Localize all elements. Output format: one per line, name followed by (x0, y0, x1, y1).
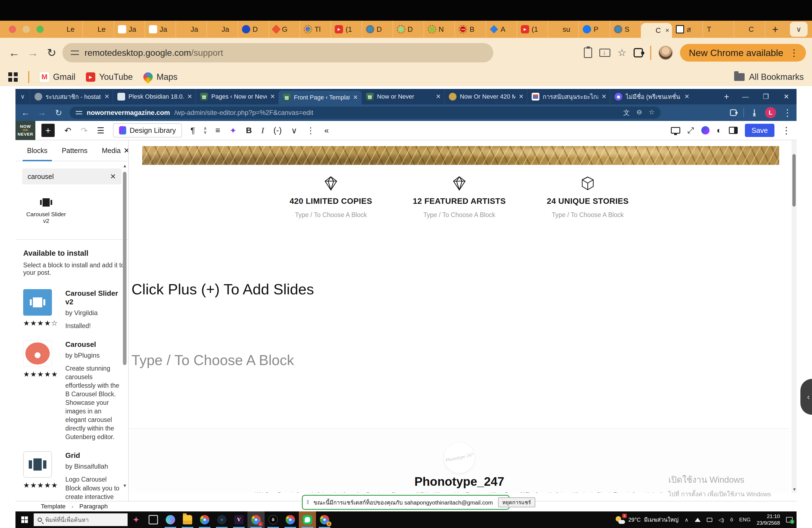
preview-device-icon[interactable] (671, 127, 680, 134)
bold-button[interactable]: B (241, 126, 257, 135)
feature-column[interactable]: 12 FEATURED ARTISTS Type / To Choose A B… (407, 173, 512, 219)
move-block-buttons[interactable]: ∧∨ (200, 127, 211, 134)
reload-button[interactable]: ↻ (44, 46, 60, 59)
plugin-card[interactable]: ★★★★★ Grid by Binsaifullah Logo Carousel… (15, 441, 128, 501)
mac-window-controls[interactable] (0, 26, 52, 33)
tab-close-icon[interactable]: ✕ (684, 93, 690, 100)
bookmark-star-icon[interactable]: ☆ (618, 47, 626, 59)
design-library-button[interactable]: Design Library (113, 123, 182, 137)
close-button[interactable]: ✕ (776, 89, 797, 104)
tab-close-icon[interactable]: ✕ (104, 93, 110, 100)
browser-tab[interactable]: Tl (300, 21, 331, 38)
tray-expand-chevron-icon[interactable]: ∧ (685, 517, 688, 523)
wifi-icon[interactable] (695, 518, 701, 522)
taskbar-search-input[interactable]: พิมพ์ที่นี่เพื่อค้นหา (34, 513, 128, 526)
remote-session-panel-toggle[interactable]: ‹ (800, 379, 812, 415)
editor-canvas[interactable]: 420 LIMITED COPIES Type / To Choose A Bl… (129, 140, 789, 493)
link-button[interactable]: (-) (269, 126, 286, 135)
italic-button[interactable]: I (257, 126, 269, 135)
hero-banner-image[interactable] (142, 146, 779, 165)
start-button[interactable] (15, 511, 34, 528)
list-view-button[interactable]: ☰ (92, 126, 109, 135)
browser-tab[interactable]: A (486, 21, 517, 38)
feature-placeholder-text[interactable]: Type / To Choose A Block (278, 211, 383, 219)
stop-sharing-button[interactable]: หยุดการแชร์ (498, 497, 536, 507)
collapse-toolbar-icon[interactable]: « (320, 126, 334, 135)
browser-tab[interactable]: (1 (517, 21, 548, 38)
minimize-window-button[interactable] (23, 26, 30, 33)
remote-browser-tab[interactable]: Plesk Obsidian 18.0.72 ✕ (113, 89, 195, 104)
volume-icon[interactable]: ◁) (719, 517, 724, 523)
browser-tab[interactable]: D (238, 21, 269, 38)
feature-column[interactable]: 420 LIMITED COPIES Type / To Choose A Bl… (278, 173, 383, 219)
display-icon[interactable] (707, 518, 712, 522)
remote-browser-tab[interactable]: Pages ‹ Now or Never — ✕ (195, 89, 278, 104)
browser-tab[interactable]: P (579, 21, 610, 38)
tab-search-chevron-icon[interactable]: ∨ (790, 22, 808, 37)
browser-tab[interactable]: su (548, 21, 579, 38)
more-formats-chevron-icon[interactable]: ∨ (286, 126, 302, 135)
chrome-update-button[interactable]: New Chrome available ⋮ (680, 44, 806, 62)
taskbar-app-button[interactable]: L (247, 511, 265, 528)
fullscreen-icon[interactable]: ⤢ (687, 126, 694, 135)
site-settings-icon[interactable] (76, 110, 82, 115)
new-tab-button[interactable]: + (765, 24, 785, 35)
install-app-icon[interactable] (599, 48, 610, 57)
profile-avatar[interactable]: L (765, 107, 776, 118)
remote-browser-tab[interactable]: Now Or Never 420 Maga ✕ (444, 89, 527, 104)
all-bookmarks-button[interactable]: All Bookmarks (734, 72, 804, 82)
browser-menu-icon[interactable]: ⋮ (783, 107, 792, 118)
block-result-carousel-slider-v2[interactable]: Carousel Slider v2 (25, 198, 67, 224)
breadcrumb-template[interactable]: Template (41, 503, 66, 510)
profile-avatar[interactable] (658, 46, 673, 60)
brand-logo-circle[interactable]: Phonotype 247 (444, 442, 475, 473)
weather-widget[interactable]: 5 29°C มีเมฆส่วนใหญ่ (615, 515, 679, 524)
site-settings-icon[interactable] (71, 50, 79, 56)
close-sidebar-icon[interactable]: ✕ (124, 146, 129, 155)
contrast-icon[interactable]: ◐ (717, 126, 722, 135)
scrollbar-thumb[interactable] (123, 172, 127, 365)
editor-options-icon[interactable]: ⋮ (782, 125, 791, 136)
block-placeholder-text[interactable]: Type / To Choose A Block (131, 352, 294, 368)
downloads-icon[interactable]: ⭳ (751, 108, 758, 117)
remote-forward-button[interactable]: → (37, 108, 47, 117)
scroll-up-icon[interactable]: ▲ (122, 163, 127, 168)
block-inserter-button[interactable]: + (41, 124, 55, 137)
browser-tab[interactable]: C × (641, 23, 672, 38)
translate-icon[interactable]: 文 (623, 108, 630, 117)
tab-media[interactable]: Media (99, 140, 124, 161)
remote-browser-tab[interactable]: ระบบสมาชิก - hostatom ✕ (30, 89, 113, 104)
remote-tab-search-icon[interactable]: ∨ (15, 93, 30, 100)
feature-placeholder-text[interactable]: Type / To Choose A Block (535, 211, 640, 219)
taskbar-app-button[interactable] (179, 511, 196, 528)
feature-title[interactable]: 24 UNIQUE STORIES (535, 196, 640, 206)
brand-paragraph[interactable]: With Deep Roots In Cannabis Culture, And… (248, 490, 671, 493)
browser-tab[interactable]: B (455, 21, 486, 38)
extensions-icon[interactable] (730, 109, 737, 116)
remote-browser-tab[interactable]: Front Page ‹ Template ‹ N ✕ (278, 91, 361, 104)
browser-tab[interactable]: Ja (176, 21, 207, 38)
browser-tab[interactable]: ส (672, 21, 703, 38)
restore-button[interactable]: ❐ (756, 89, 776, 104)
paragraph-block-icon[interactable]: ¶ (186, 126, 200, 135)
plugin-card[interactable]: ★★★★☆ Carousel Slider v2 by Virgildia In… (15, 279, 128, 330)
tab-patterns[interactable]: Patterns (59, 140, 90, 161)
browser-tab[interactable]: (1 (331, 21, 362, 38)
block-options-icon[interactable]: ⋮ (302, 126, 320, 135)
extensions-icon[interactable] (634, 48, 643, 57)
plugin-card[interactable]: ★★★★★ Carousel by bPlugins Create stunni… (15, 330, 128, 441)
block-search-input[interactable]: carousel ✕ (22, 168, 121, 185)
taskbar-app-button[interactable] (162, 511, 179, 528)
remote-browser-tab[interactable]: Now or Never ✕ (361, 89, 444, 104)
tab-close-icon[interactable]: ✕ (519, 93, 524, 100)
tab-blocks[interactable]: Blocks (24, 140, 50, 161)
browser-tab[interactable]: Ja (207, 21, 238, 38)
taskbar-app-button[interactable] (145, 511, 162, 528)
remote-reload-button[interactable]: ↻ (53, 108, 64, 118)
taskbar-app-button[interactable] (196, 511, 213, 528)
settings-panel-icon[interactable] (729, 127, 738, 134)
close-window-button[interactable] (9, 26, 16, 33)
breadcrumb-paragraph[interactable]: Paragraph (79, 503, 108, 510)
undo-button[interactable]: ↶ (60, 126, 76, 135)
browser-menu-icon[interactable]: ⋮ (789, 47, 799, 58)
